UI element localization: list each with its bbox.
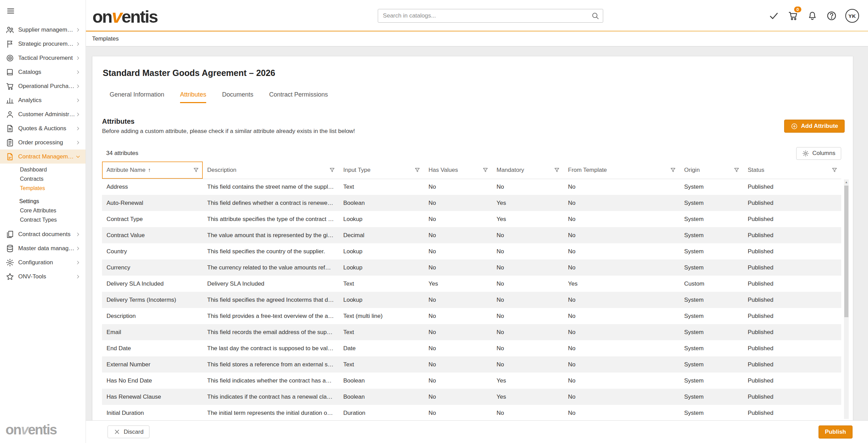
filter-icon[interactable] bbox=[733, 167, 740, 173]
column-header-status[interactable]: Status bbox=[743, 162, 841, 179]
help-icon[interactable] bbox=[826, 10, 837, 21]
filter-icon[interactable] bbox=[554, 167, 560, 173]
filter-icon[interactable] bbox=[414, 167, 421, 173]
table-row[interactable]: Contract TypeThis attribute specifies th… bbox=[102, 211, 841, 227]
attribute-count: 34 attributes bbox=[106, 150, 138, 157]
cell-description: This indicates if the contract has a ren… bbox=[203, 389, 339, 405]
tasks-check-icon[interactable] bbox=[768, 10, 779, 21]
table-row[interactable]: End DateThe last day the contract is sup… bbox=[102, 340, 841, 356]
sidebar-item-label: Catalogs bbox=[18, 69, 75, 76]
cell-has-values: No bbox=[424, 227, 492, 243]
add-attribute-button[interactable]: Add Attribute bbox=[784, 120, 845, 133]
cell-mandatory: Yes bbox=[492, 373, 564, 389]
cell-mandatory: Yes bbox=[492, 195, 564, 211]
table-head: Attribute Name↑DescriptionInput TypeHas … bbox=[102, 162, 841, 179]
sidebar-item-label: Quotes & Auctions bbox=[18, 125, 75, 132]
menu-toggle-button[interactable] bbox=[0, 0, 86, 21]
search-input[interactable] bbox=[378, 9, 603, 23]
column-header-has-values[interactable]: Has Values bbox=[424, 162, 492, 179]
column-header-from-template[interactable]: From Template bbox=[564, 162, 680, 179]
sidebar-item-contract-documents[interactable]: Contract documents bbox=[0, 227, 86, 241]
sidebar-item-tactical-procurement[interactable]: Tactical Procurement bbox=[0, 51, 86, 65]
table-row[interactable]: Initial DurationThe initial term represe… bbox=[102, 405, 841, 420]
table-row[interactable]: CountryThis field specifies the country … bbox=[102, 243, 841, 259]
sidebar-subitem-templates[interactable]: Templates bbox=[0, 184, 86, 193]
cell-mandatory: No bbox=[492, 259, 564, 276]
table-row[interactable]: Auto-RenewalThis field defines whether a… bbox=[102, 195, 841, 211]
table-row[interactable]: External NumberThis field stores a refer… bbox=[102, 356, 841, 373]
vertical-scrollbar[interactable] bbox=[844, 179, 849, 419]
orders-icon bbox=[5, 138, 14, 147]
search-icon[interactable] bbox=[591, 11, 600, 20]
sidebar-item-contract-management[interactable]: Contract Management bbox=[0, 149, 86, 164]
cell-from-template: No bbox=[564, 340, 680, 356]
cell-mandatory: No bbox=[492, 405, 564, 420]
table-toolbar: 34 attributes Columns bbox=[102, 145, 849, 162]
sidebar-item-master-data-management[interactable]: Master data management bbox=[0, 241, 86, 255]
onventis-logo[interactable]: onventis bbox=[92, 5, 157, 27]
column-header-description[interactable]: Description bbox=[203, 162, 339, 179]
sidebar-subitem-contracts[interactable]: Contracts bbox=[0, 174, 86, 184]
tab-documents[interactable]: Documents bbox=[222, 91, 253, 103]
table-row[interactable]: EmailThis field records the email addres… bbox=[102, 324, 841, 340]
cell-attribute-name: Description bbox=[102, 308, 203, 324]
tab-attributes[interactable]: Attributes bbox=[180, 91, 206, 103]
cell-from-template: No bbox=[564, 389, 680, 405]
table-row[interactable]: Has No End DateThis field indicates whet… bbox=[102, 373, 841, 389]
sidebar-subitem-core-attributes[interactable]: Core Attributes bbox=[0, 206, 86, 215]
table-row[interactable]: Contract ValueThe value amount that is r… bbox=[102, 227, 841, 243]
column-header-origin[interactable]: Origin bbox=[680, 162, 743, 179]
table-row[interactable]: CurrencyThe currency related to the valu… bbox=[102, 259, 841, 276]
sidebar-item-strategic-procurement[interactable]: Strategic procurement bbox=[0, 37, 86, 51]
sidebar-item-analytics[interactable]: Analytics bbox=[0, 93, 86, 107]
cart-icon[interactable]: 0 bbox=[788, 10, 799, 21]
cell-status: Published bbox=[743, 179, 841, 195]
sidebar-item-supplier-management[interactable]: Supplier management bbox=[0, 23, 86, 37]
sidebar-item-quotes-auctions[interactable]: Quotes & Auctions bbox=[0, 121, 86, 135]
column-header-mandatory[interactable]: Mandatory bbox=[492, 162, 564, 179]
scrollbar-thumb[interactable] bbox=[844, 186, 848, 317]
sidebar-item-customer-administration[interactable]: Customer Administration bbox=[0, 107, 86, 121]
breadcrumb: Templates bbox=[86, 32, 868, 46]
logo-v: v bbox=[21, 422, 28, 437]
main-column: onventis 0 YK Templates Standard Master … bbox=[86, 0, 868, 443]
columns-button[interactable]: Columns bbox=[796, 147, 841, 160]
table-row[interactable]: Delivery Terms (Incoterms)This field spe… bbox=[102, 292, 841, 308]
notifications-bell-icon[interactable] bbox=[807, 10, 818, 21]
sidebar-item-label: Supplier management bbox=[18, 26, 75, 33]
sidebar-item-operational-purchasing[interactable]: Operational Purchasing bbox=[0, 79, 86, 93]
chevron-right-icon bbox=[75, 84, 81, 89]
table-row[interactable]: AddressThis field contains the street na… bbox=[102, 179, 841, 195]
breadcrumb-item[interactable]: Templates bbox=[92, 35, 119, 42]
filter-icon[interactable] bbox=[329, 167, 335, 173]
tab-general-information[interactable]: General Information bbox=[110, 91, 164, 103]
table-row[interactable]: Delivery SLA IncludedDelivery SLA Includ… bbox=[102, 276, 841, 292]
publish-button[interactable]: Publish bbox=[819, 425, 853, 439]
column-header-input-type[interactable]: Input Type bbox=[339, 162, 424, 179]
cell-mandatory: No bbox=[492, 292, 564, 308]
column-header-attribute-name[interactable]: Attribute Name↑ bbox=[102, 162, 203, 179]
filter-icon[interactable] bbox=[831, 167, 838, 173]
tab-contract-permissions[interactable]: Contract Permissions bbox=[269, 91, 328, 103]
sidebar-item-label: Contract documents bbox=[18, 231, 75, 238]
filter-icon[interactable] bbox=[482, 167, 489, 173]
sidebar-subitem-contract-types[interactable]: Contract Types bbox=[0, 215, 86, 224]
filter-icon[interactable] bbox=[193, 167, 199, 173]
discard-button[interactable]: Discard bbox=[108, 425, 149, 438]
cell-origin: System bbox=[680, 292, 743, 308]
sidebar-item-catalogs[interactable]: Catalogs bbox=[0, 65, 86, 79]
sidebar-item-order-processing[interactable]: Order processing bbox=[0, 135, 86, 149]
scroll-up-icon[interactable] bbox=[844, 179, 849, 185]
sidebar-subitem-dashboard[interactable]: Dashboard bbox=[0, 165, 86, 174]
user-avatar[interactable]: YK bbox=[845, 9, 859, 23]
table-row[interactable]: Has Renewal ClauseThis indicates if the … bbox=[102, 389, 841, 405]
sidebar-item-label: ONV-Tools bbox=[18, 273, 75, 280]
sidebar-item-onv-tools[interactable]: ONV-Tools bbox=[0, 269, 86, 284]
cell-has-values: No bbox=[424, 389, 492, 405]
filter-icon[interactable] bbox=[670, 167, 676, 173]
table-row[interactable]: DescriptionThis field provides a free-te… bbox=[102, 308, 841, 324]
sidebar-item-configuration[interactable]: Configuration bbox=[0, 255, 86, 269]
supplier-icon bbox=[5, 25, 14, 34]
app-root: { "colors": { "accent": "#ee8300", "acce… bbox=[0, 0, 868, 443]
cell-mandatory: No bbox=[492, 227, 564, 243]
